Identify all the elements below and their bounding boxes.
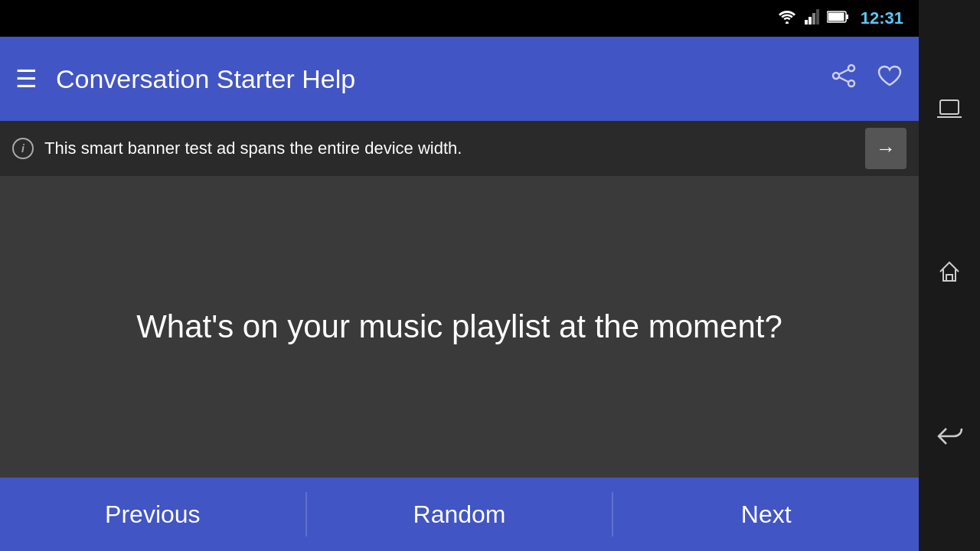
home-icon[interactable]	[937, 259, 962, 289]
main-content: What's on your music playlist at the mom…	[0, 176, 919, 478]
bottom-nav: Previous Random Next	[0, 478, 919, 551]
share-icon[interactable]	[830, 62, 858, 96]
menu-icon[interactable]: ☰	[15, 64, 38, 93]
question-text: What's on your music playlist at the mom…	[136, 305, 782, 350]
signal-icon	[804, 9, 819, 28]
svg-point-4	[848, 65, 854, 71]
svg-point-5	[833, 73, 839, 79]
ad-text: This smart banner test ad spans the enti…	[44, 139, 865, 158]
battery-icon	[827, 11, 848, 27]
ad-arrow-button[interactable]: →	[865, 128, 906, 169]
app-title: Conversation Starter Help	[56, 64, 830, 94]
next-button[interactable]: Next	[613, 478, 919, 551]
header-actions	[830, 62, 903, 96]
ad-arrow-icon: →	[876, 137, 896, 161]
svg-line-8	[839, 77, 848, 82]
svg-rect-3	[828, 12, 844, 21]
favorite-icon[interactable]	[876, 62, 903, 96]
status-bar: 12:31	[0, 0, 919, 37]
svg-point-6	[848, 80, 854, 86]
ad-info-icon: i	[12, 138, 34, 159]
svg-rect-9	[940, 100, 959, 114]
recent-apps-icon[interactable]	[937, 99, 962, 124]
random-button[interactable]: Random	[307, 478, 612, 551]
ad-banner: i This smart banner test ad spans the en…	[0, 121, 919, 176]
svg-line-7	[839, 70, 848, 74]
back-icon[interactable]	[936, 425, 963, 452]
app-header: ☰ Conversation Starter Help	[0, 37, 919, 121]
svg-rect-2	[846, 15, 848, 19]
svg-point-0	[786, 21, 789, 24]
previous-button[interactable]: Previous	[0, 478, 305, 551]
wifi-icon	[778, 10, 796, 28]
svg-rect-11	[946, 275, 952, 281]
system-nav	[919, 0, 980, 551]
status-time: 12:31	[861, 8, 903, 28]
